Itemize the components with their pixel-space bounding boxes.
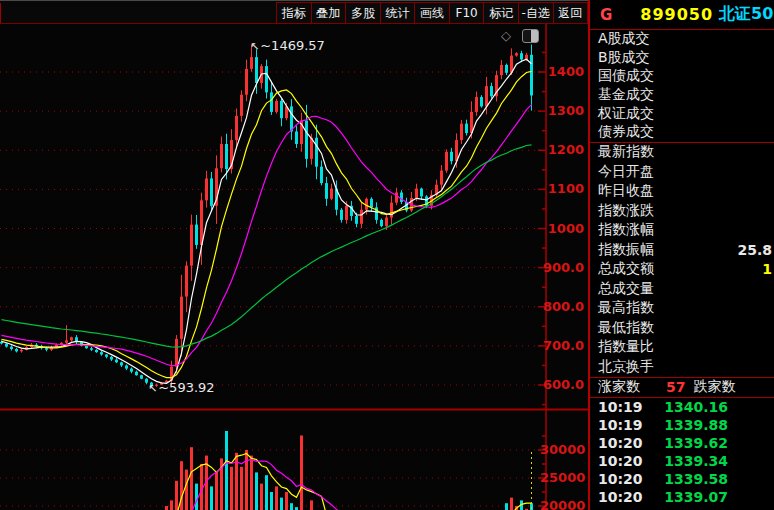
topbar-left-mark (0, 3, 1, 23)
price-axis-label: 1100 (540, 182, 584, 196)
tick-price: 1339.34 (664, 453, 728, 469)
symbol-name: 北证50 (719, 4, 773, 25)
market-turnover-list: A股成交B股成交国债成交基金成交权证成交债券成交 (590, 30, 774, 143)
market-list-item[interactable]: 债券成交 (590, 123, 774, 142)
trade-tick-row: 10:191340.16 (590, 398, 774, 416)
toolbar-button-指标[interactable]: 指标 (276, 2, 312, 24)
index-stat-label: 最低指数 (598, 319, 654, 337)
index-stat-row: 总成交量 (590, 279, 774, 299)
index-stat-label: 最新指数 (598, 143, 654, 161)
split-layout-icon[interactable] (522, 29, 539, 43)
trade-tick-row: 10:191339.88 (590, 416, 774, 434)
index-stat-label: 指数涨幅 (598, 221, 654, 239)
decliners-label: 跌家数 (693, 378, 735, 396)
market-list-item[interactable]: B股成交 (590, 49, 774, 68)
tick-price: 1339.62 (664, 435, 728, 451)
index-stat-row: 指数涨幅 (590, 221, 774, 241)
market-list-item[interactable]: A股成交 (590, 30, 774, 49)
index-stat-row: 最低指数 (590, 318, 774, 338)
toolbar-button-叠加[interactable]: 叠加 (311, 2, 347, 24)
market-list-item[interactable]: 国债成交 (590, 67, 774, 86)
volume-axis-label: 30000 (540, 443, 584, 457)
symbol-code: 899050 (640, 5, 713, 24)
price-axis-label: 1000 (540, 222, 584, 236)
toolbar-button-统计[interactable]: 统计 (380, 2, 416, 24)
tick-time: 10:20 (598, 453, 643, 469)
index-stat-label: 昨日收盘 (598, 182, 654, 200)
index-stat-label: 指数量比 (598, 338, 654, 356)
price-axis-label: 1400 (540, 65, 584, 79)
index-stats-list: 最新指数今日开盘昨日收盘指数涨跌指数涨幅指数振幅25.8总成交额1总成交量最高指… (590, 143, 774, 378)
market-list-item[interactable]: 权证成交 (590, 104, 774, 123)
top-toolbar: 指标叠加多股统计画线F10标记-自选返回 (0, 0, 588, 24)
advancers-count: 57 (666, 379, 685, 395)
tick-time: 10:20 (598, 435, 643, 451)
market-list-item[interactable]: 基金成交 (590, 86, 774, 105)
trade-tick-row: 10:201339.34 (590, 452, 774, 470)
index-stat-value: 1 (762, 261, 772, 277)
gridlines (0, 72, 546, 506)
index-stat-row: 最新指数 (590, 143, 774, 163)
quote-panel: G 899050 北证50 A股成交B股成交国债成交基金成交权证成交债券成交 最… (588, 0, 774, 510)
toolbar-button--自选[interactable]: -自选 (518, 2, 554, 24)
volume-axis-label: 25000 (540, 471, 584, 485)
trade-tick-row: 10:201339.62 (590, 434, 774, 452)
annotation-arrow-icon: ↖ (250, 40, 259, 53)
tick-price: 1340.16 (664, 399, 728, 415)
peak-price-annotation: ↖~1469.57 (250, 38, 325, 53)
index-stat-value: 25.8 (737, 242, 772, 258)
advancers-label: 涨家数 (598, 378, 640, 396)
tick-price: 1339.88 (664, 417, 728, 433)
tick-time: 10:20 (598, 471, 643, 487)
index-stat-row: 今日开盘 (590, 162, 774, 182)
toolbar-button-返回[interactable]: 返回 (553, 2, 589, 24)
index-stat-row: 指数振幅25.8 (590, 240, 774, 260)
diamond-icon[interactable]: ◇ (501, 28, 511, 43)
price-axis-label: 800.0 (540, 300, 584, 314)
toolbar-button-F10[interactable]: F10 (449, 2, 485, 24)
trade-tick-list[interactable]: 10:191340.1610:191339.8810:201339.6210:2… (590, 398, 774, 506)
chart-area[interactable]: ◇ ↖~1469.57 ↖~593.92 1400130012001100100… (0, 24, 588, 510)
toolbar-buttons: 指标叠加多股统计画线F10标记-自选返回 (277, 2, 588, 24)
toolbar-button-多股[interactable]: 多股 (345, 2, 381, 24)
price-axis-label: 1300 (540, 104, 584, 118)
index-stat-row: 昨日收盘 (590, 182, 774, 202)
price-axis-label: 700.0 (540, 339, 584, 353)
tick-time: 10:20 (598, 489, 643, 505)
trough-price-annotation: ↖~593.92 (148, 380, 215, 395)
annotation-arrow-icon: ↖ (148, 382, 157, 395)
index-stat-label: 北京换手 (598, 358, 654, 376)
price-axis-label: 600.0 (540, 378, 584, 392)
index-stat-row: 指数涨跌 (590, 201, 774, 221)
index-stat-row: 最高指数 (590, 299, 774, 319)
tick-price: 1339.07 (664, 489, 728, 505)
index-stat-label: 总成交额 (598, 260, 654, 278)
volume-axis-label: 20000 (540, 499, 584, 510)
trade-tick-row: 10:201339.07 (590, 488, 774, 506)
index-stat-row: 总成交额1 (590, 260, 774, 280)
price-axis-label: 900.0 (540, 261, 584, 275)
market-flag: G (600, 6, 612, 24)
index-stat-row: 北京换手 (590, 357, 774, 377)
index-stat-label: 今日开盘 (598, 163, 654, 181)
index-stat-label: 指数涨跌 (598, 202, 654, 220)
ma-lines (2, 59, 532, 383)
price-axis-label: 1200 (540, 143, 584, 157)
tick-time: 10:19 (598, 399, 643, 415)
index-stat-label: 最高指数 (598, 299, 654, 317)
toolbar-button-画线[interactable]: 画线 (414, 2, 450, 24)
symbol-header: G 899050 北证50 (590, 0, 774, 30)
tick-time: 10:19 (598, 417, 643, 433)
volume-bars (165, 431, 533, 510)
tick-price: 1339.58 (664, 471, 728, 487)
candles-layer (0, 45, 533, 388)
trading-terminal: 指标叠加多股统计画线F10标记-自选返回 ◇ ↖~1469.57 ↖~593.9… (0, 0, 774, 510)
trade-tick-row: 10:201339.58 (590, 470, 774, 488)
toolbar-button-标记[interactable]: 标记 (483, 2, 519, 24)
price-volume-chart[interactable] (0, 24, 588, 510)
index-stat-row: 指数量比 (590, 338, 774, 358)
index-stat-label: 总成交量 (598, 280, 654, 298)
index-stat-label: 指数振幅 (598, 241, 654, 259)
advancers-decliners-row: 涨家数 57 跌家数 (590, 378, 774, 398)
